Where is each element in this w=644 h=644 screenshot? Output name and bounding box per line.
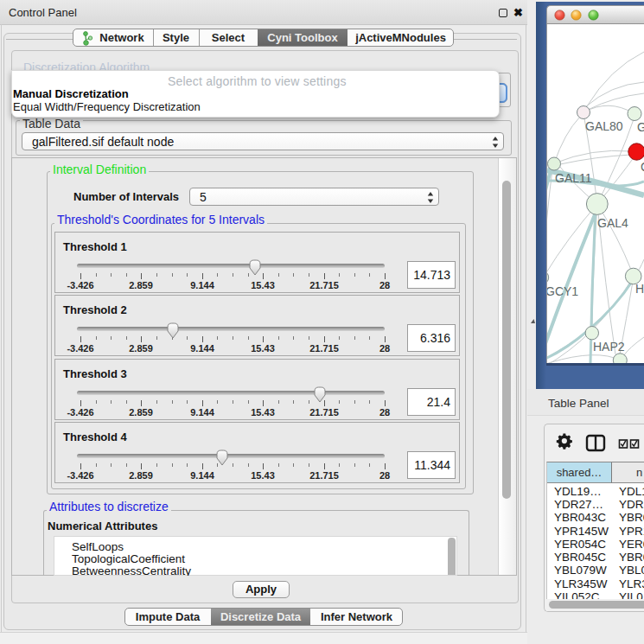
svg-text:G.: G. (637, 120, 644, 134)
svg-text:GAL4: GAL4 (597, 216, 628, 230)
svg-text:GAL11: GAL11 (555, 171, 592, 185)
svg-text:HAP2: HAP2 (593, 340, 625, 354)
svg-text:C: C (641, 160, 644, 174)
svg-text:GAL80: GAL80 (585, 119, 623, 133)
svg-text:GCY1: GCY1 (547, 284, 578, 298)
svg-text:H: H (635, 282, 644, 296)
